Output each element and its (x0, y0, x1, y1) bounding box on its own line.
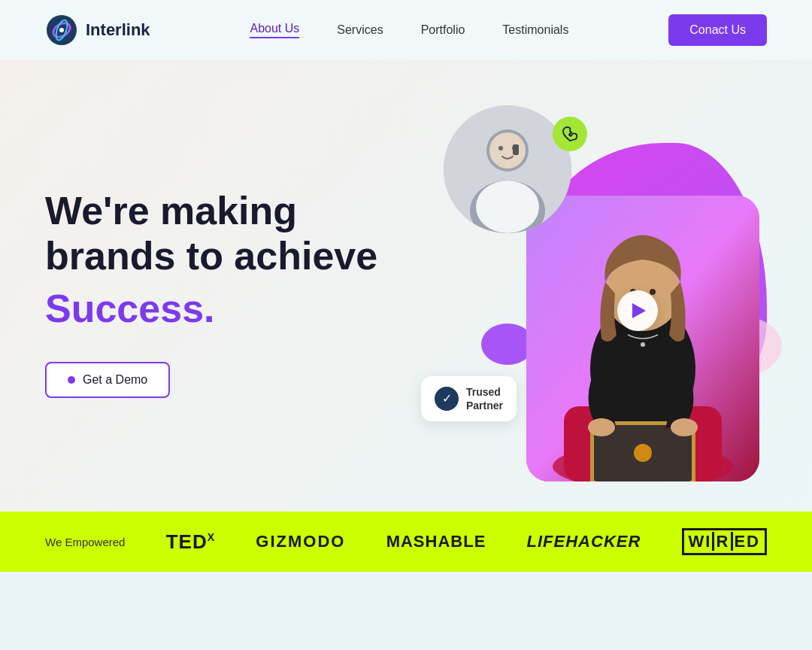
man-image (444, 105, 571, 233)
woman-image (526, 196, 759, 481)
demo-button-label: Get a Demo (83, 373, 147, 387)
hero-title: We're making brands to achieve (45, 189, 377, 279)
svg-point-24 (671, 418, 698, 436)
mashable-logo: Mashable (386, 532, 486, 551)
svg-point-25 (641, 342, 645, 347)
check-icon: ✓ (435, 387, 459, 411)
nav-about[interactable]: About Us (250, 22, 299, 38)
tedx-logo: TEDx (166, 530, 215, 554)
play-icon (632, 303, 646, 318)
contact-button[interactable]: Conact Us (668, 14, 767, 46)
nav-services[interactable]: Services (337, 23, 383, 37)
svg-point-3 (59, 28, 64, 32)
hero-accent: Success. (45, 287, 377, 332)
lifehacker-logo: lifehacker (527, 532, 641, 551)
svg-point-18 (650, 289, 656, 295)
navbar: Interlink About Us Services Portfolio Te… (0, 0, 812, 60)
logo-icon (45, 14, 78, 47)
play-button[interactable] (617, 290, 658, 331)
heart-icon-wrap (553, 117, 587, 151)
svg-point-7 (476, 181, 539, 233)
logos-strip: We Empowered TEDx GIZMODO Mashable lifeh… (0, 512, 812, 572)
woman-svg (526, 196, 759, 481)
hero-section: We're making brands to achieve Success. … (0, 60, 812, 512)
nav-testimonials[interactable]: Testimonials (502, 23, 568, 37)
svg-point-23 (588, 418, 615, 436)
hero-content: We're making brands to achieve Success. … (45, 189, 377, 397)
svg-point-22 (634, 444, 652, 462)
trusted-badge: ✓ Trused Partner (421, 376, 517, 421)
logo-text: Interlink (86, 20, 150, 40)
demo-button[interactable]: Get a Demo (45, 362, 170, 398)
svg-point-9 (498, 146, 503, 150)
wired-logo: WIRED (682, 528, 767, 555)
hero-visual: ✓ Trused Partner (406, 105, 767, 481)
logo[interactable]: Interlink (45, 14, 150, 47)
logos-label: We Empowered (45, 536, 125, 548)
svg-point-8 (489, 132, 526, 169)
bottom-area (0, 572, 812, 650)
nav-links: About Us Services Portfolio Testimonials (250, 22, 568, 38)
heart-broken-icon (561, 125, 579, 143)
svg-rect-11 (513, 144, 519, 155)
gizmodo-logo: GIZMODO (256, 532, 345, 551)
demo-button-dot (68, 376, 75, 384)
trusted-text: Trused Partner (466, 385, 503, 412)
man-svg (444, 105, 571, 233)
nav-portfolio[interactable]: Portfolio (421, 23, 465, 37)
